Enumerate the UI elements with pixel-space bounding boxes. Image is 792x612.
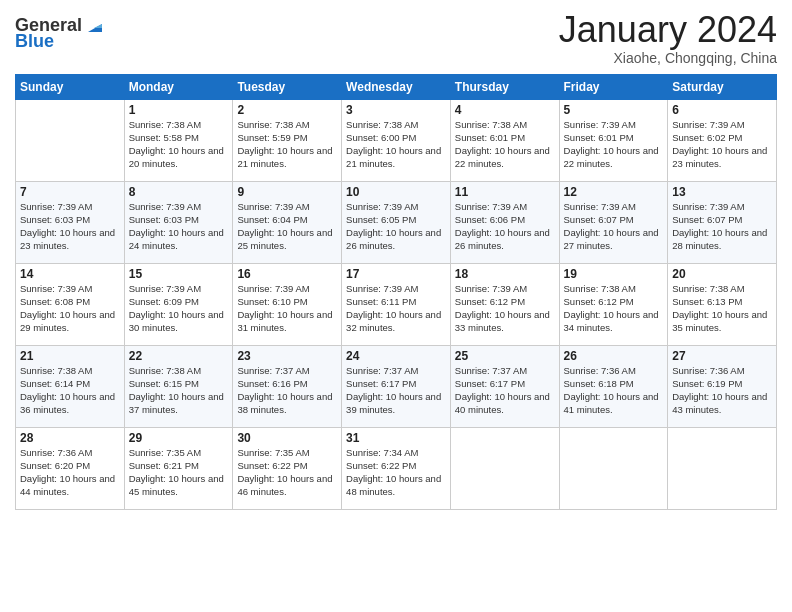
week-row-0: 1Sunrise: 7:38 AMSunset: 5:58 PMDaylight…: [16, 99, 777, 181]
day-num-1: 1: [129, 103, 229, 117]
cell-0-6: 6Sunrise: 7:39 AMSunset: 6:02 PMDaylight…: [668, 99, 777, 181]
day-info-23: Sunrise: 7:37 AMSunset: 6:16 PMDaylight:…: [237, 364, 337, 417]
day-num-22: 22: [129, 349, 229, 363]
day-info-8: Sunrise: 7:39 AMSunset: 6:03 PMDaylight:…: [129, 200, 229, 253]
day-num-24: 24: [346, 349, 446, 363]
th-wednesday: Wednesday: [342, 74, 451, 99]
day-num-29: 29: [129, 431, 229, 445]
day-info-2: Sunrise: 7:38 AMSunset: 5:59 PMDaylight:…: [237, 118, 337, 171]
cell-2-6: 20Sunrise: 7:38 AMSunset: 6:13 PMDayligh…: [668, 263, 777, 345]
day-num-11: 11: [455, 185, 555, 199]
day-info-25: Sunrise: 7:37 AMSunset: 6:17 PMDaylight:…: [455, 364, 555, 417]
week-row-3: 21Sunrise: 7:38 AMSunset: 6:14 PMDayligh…: [16, 345, 777, 427]
cell-2-3: 17Sunrise: 7:39 AMSunset: 6:11 PMDayligh…: [342, 263, 451, 345]
cell-0-1: 1Sunrise: 7:38 AMSunset: 5:58 PMDaylight…: [124, 99, 233, 181]
cell-1-6: 13Sunrise: 7:39 AMSunset: 6:07 PMDayligh…: [668, 181, 777, 263]
day-num-13: 13: [672, 185, 772, 199]
day-info-22: Sunrise: 7:38 AMSunset: 6:15 PMDaylight:…: [129, 364, 229, 417]
day-info-29: Sunrise: 7:35 AMSunset: 6:21 PMDaylight:…: [129, 446, 229, 499]
day-info-13: Sunrise: 7:39 AMSunset: 6:07 PMDaylight:…: [672, 200, 772, 253]
day-info-14: Sunrise: 7:39 AMSunset: 6:08 PMDaylight:…: [20, 282, 120, 335]
day-info-16: Sunrise: 7:39 AMSunset: 6:10 PMDaylight:…: [237, 282, 337, 335]
day-info-12: Sunrise: 7:39 AMSunset: 6:07 PMDaylight:…: [564, 200, 664, 253]
day-info-1: Sunrise: 7:38 AMSunset: 5:58 PMDaylight:…: [129, 118, 229, 171]
day-info-9: Sunrise: 7:39 AMSunset: 6:04 PMDaylight:…: [237, 200, 337, 253]
day-num-18: 18: [455, 267, 555, 281]
day-num-21: 21: [20, 349, 120, 363]
th-monday: Monday: [124, 74, 233, 99]
cell-3-2: 23Sunrise: 7:37 AMSunset: 6:16 PMDayligh…: [233, 345, 342, 427]
cell-3-1: 22Sunrise: 7:38 AMSunset: 6:15 PMDayligh…: [124, 345, 233, 427]
day-info-4: Sunrise: 7:38 AMSunset: 6:01 PMDaylight:…: [455, 118, 555, 171]
cell-4-2: 30Sunrise: 7:35 AMSunset: 6:22 PMDayligh…: [233, 427, 342, 509]
day-info-6: Sunrise: 7:39 AMSunset: 6:02 PMDaylight:…: [672, 118, 772, 171]
day-info-20: Sunrise: 7:38 AMSunset: 6:13 PMDaylight:…: [672, 282, 772, 335]
cell-0-4: 4Sunrise: 7:38 AMSunset: 6:01 PMDaylight…: [450, 99, 559, 181]
cell-4-4: [450, 427, 559, 509]
svg-marker-1: [94, 24, 102, 28]
day-num-10: 10: [346, 185, 446, 199]
th-sunday: Sunday: [16, 74, 125, 99]
cell-2-0: 14Sunrise: 7:39 AMSunset: 6:08 PMDayligh…: [16, 263, 125, 345]
day-info-28: Sunrise: 7:36 AMSunset: 6:20 PMDaylight:…: [20, 446, 120, 499]
day-info-30: Sunrise: 7:35 AMSunset: 6:22 PMDaylight:…: [237, 446, 337, 499]
cell-4-5: [559, 427, 668, 509]
day-num-15: 15: [129, 267, 229, 281]
cell-0-3: 3Sunrise: 7:38 AMSunset: 6:00 PMDaylight…: [342, 99, 451, 181]
day-info-31: Sunrise: 7:34 AMSunset: 6:22 PMDaylight:…: [346, 446, 446, 499]
day-num-30: 30: [237, 431, 337, 445]
cell-2-4: 18Sunrise: 7:39 AMSunset: 6:12 PMDayligh…: [450, 263, 559, 345]
day-num-4: 4: [455, 103, 555, 117]
cell-2-1: 15Sunrise: 7:39 AMSunset: 6:09 PMDayligh…: [124, 263, 233, 345]
day-info-18: Sunrise: 7:39 AMSunset: 6:12 PMDaylight:…: [455, 282, 555, 335]
subtitle: Xiaohe, Chongqing, China: [559, 50, 777, 66]
day-info-15: Sunrise: 7:39 AMSunset: 6:09 PMDaylight:…: [129, 282, 229, 335]
cell-1-2: 9Sunrise: 7:39 AMSunset: 6:04 PMDaylight…: [233, 181, 342, 263]
day-num-27: 27: [672, 349, 772, 363]
logo-icon: [84, 14, 106, 36]
cell-0-0: [16, 99, 125, 181]
month-title: January 2024: [559, 10, 777, 50]
day-num-8: 8: [129, 185, 229, 199]
day-num-28: 28: [20, 431, 120, 445]
day-info-7: Sunrise: 7:39 AMSunset: 6:03 PMDaylight:…: [20, 200, 120, 253]
day-num-6: 6: [672, 103, 772, 117]
day-info-17: Sunrise: 7:39 AMSunset: 6:11 PMDaylight:…: [346, 282, 446, 335]
day-info-19: Sunrise: 7:38 AMSunset: 6:12 PMDaylight:…: [564, 282, 664, 335]
cell-4-3: 31Sunrise: 7:34 AMSunset: 6:22 PMDayligh…: [342, 427, 451, 509]
day-info-10: Sunrise: 7:39 AMSunset: 6:05 PMDaylight:…: [346, 200, 446, 253]
day-info-3: Sunrise: 7:38 AMSunset: 6:00 PMDaylight:…: [346, 118, 446, 171]
cell-1-5: 12Sunrise: 7:39 AMSunset: 6:07 PMDayligh…: [559, 181, 668, 263]
day-num-16: 16: [237, 267, 337, 281]
week-row-2: 14Sunrise: 7:39 AMSunset: 6:08 PMDayligh…: [16, 263, 777, 345]
cell-3-3: 24Sunrise: 7:37 AMSunset: 6:17 PMDayligh…: [342, 345, 451, 427]
th-friday: Friday: [559, 74, 668, 99]
weekday-header-row: Sunday Monday Tuesday Wednesday Thursday…: [16, 74, 777, 99]
day-info-24: Sunrise: 7:37 AMSunset: 6:17 PMDaylight:…: [346, 364, 446, 417]
cell-4-6: [668, 427, 777, 509]
cell-4-1: 29Sunrise: 7:35 AMSunset: 6:21 PMDayligh…: [124, 427, 233, 509]
calendar: Sunday Monday Tuesday Wednesday Thursday…: [15, 74, 777, 510]
title-block: January 2024 Xiaohe, Chongqing, China: [559, 10, 777, 66]
day-num-25: 25: [455, 349, 555, 363]
day-num-23: 23: [237, 349, 337, 363]
day-info-27: Sunrise: 7:36 AMSunset: 6:19 PMDaylight:…: [672, 364, 772, 417]
cell-3-6: 27Sunrise: 7:36 AMSunset: 6:19 PMDayligh…: [668, 345, 777, 427]
day-num-31: 31: [346, 431, 446, 445]
day-num-14: 14: [20, 267, 120, 281]
day-num-3: 3: [346, 103, 446, 117]
cell-1-3: 10Sunrise: 7:39 AMSunset: 6:05 PMDayligh…: [342, 181, 451, 263]
day-info-5: Sunrise: 7:39 AMSunset: 6:01 PMDaylight:…: [564, 118, 664, 171]
cell-1-0: 7Sunrise: 7:39 AMSunset: 6:03 PMDaylight…: [16, 181, 125, 263]
day-num-19: 19: [564, 267, 664, 281]
day-num-5: 5: [564, 103, 664, 117]
cell-2-2: 16Sunrise: 7:39 AMSunset: 6:10 PMDayligh…: [233, 263, 342, 345]
cell-2-5: 19Sunrise: 7:38 AMSunset: 6:12 PMDayligh…: [559, 263, 668, 345]
day-num-26: 26: [564, 349, 664, 363]
th-saturday: Saturday: [668, 74, 777, 99]
day-num-12: 12: [564, 185, 664, 199]
day-num-9: 9: [237, 185, 337, 199]
th-thursday: Thursday: [450, 74, 559, 99]
day-num-17: 17: [346, 267, 446, 281]
day-num-20: 20: [672, 267, 772, 281]
